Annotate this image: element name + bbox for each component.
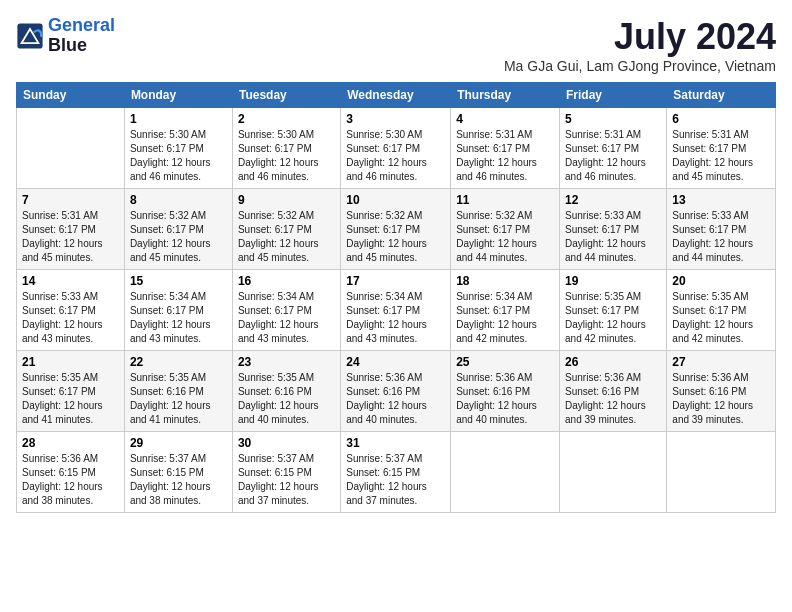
day-number: 3: [346, 112, 445, 126]
calendar-cell: 17 Sunrise: 5:34 AM Sunset: 6:17 PM Dayl…: [341, 270, 451, 351]
cell-info: Sunrise: 5:37 AM Sunset: 6:15 PM Dayligh…: [238, 452, 335, 508]
col-tuesday: Tuesday: [232, 83, 340, 108]
calendar-cell: 19 Sunrise: 5:35 AM Sunset: 6:17 PM Dayl…: [560, 270, 667, 351]
cell-info: Sunrise: 5:32 AM Sunset: 6:17 PM Dayligh…: [456, 209, 554, 265]
day-number: 19: [565, 274, 661, 288]
day-number: 9: [238, 193, 335, 207]
cell-info: Sunrise: 5:35 AM Sunset: 6:17 PM Dayligh…: [565, 290, 661, 346]
calendar-cell: 18 Sunrise: 5:34 AM Sunset: 6:17 PM Dayl…: [451, 270, 560, 351]
day-number: 24: [346, 355, 445, 369]
col-sunday: Sunday: [17, 83, 125, 108]
header-row: Sunday Monday Tuesday Wednesday Thursday…: [17, 83, 776, 108]
logo: General Blue: [16, 16, 115, 56]
cell-info: Sunrise: 5:35 AM Sunset: 6:17 PM Dayligh…: [22, 371, 119, 427]
cell-info: Sunrise: 5:32 AM Sunset: 6:17 PM Dayligh…: [238, 209, 335, 265]
calendar-cell: [17, 108, 125, 189]
calendar-cell: [451, 432, 560, 513]
svg-rect-0: [17, 23, 42, 48]
calendar-cell: 22 Sunrise: 5:35 AM Sunset: 6:16 PM Dayl…: [124, 351, 232, 432]
cell-info: Sunrise: 5:35 AM Sunset: 6:16 PM Dayligh…: [238, 371, 335, 427]
day-number: 25: [456, 355, 554, 369]
day-number: 17: [346, 274, 445, 288]
day-number: 21: [22, 355, 119, 369]
calendar-cell: 6 Sunrise: 5:31 AM Sunset: 6:17 PM Dayli…: [667, 108, 776, 189]
main-title: July 2024: [504, 16, 776, 58]
calendar-cell: 4 Sunrise: 5:31 AM Sunset: 6:17 PM Dayli…: [451, 108, 560, 189]
day-number: 8: [130, 193, 227, 207]
day-number: 30: [238, 436, 335, 450]
calendar-cell: 26 Sunrise: 5:36 AM Sunset: 6:16 PM Dayl…: [560, 351, 667, 432]
cell-info: Sunrise: 5:30 AM Sunset: 6:17 PM Dayligh…: [238, 128, 335, 184]
day-number: 10: [346, 193, 445, 207]
title-area: July 2024 Ma GJa Gui, Lam GJong Province…: [504, 16, 776, 74]
day-number: 28: [22, 436, 119, 450]
cell-info: Sunrise: 5:32 AM Sunset: 6:17 PM Dayligh…: [130, 209, 227, 265]
col-saturday: Saturday: [667, 83, 776, 108]
calendar-cell: 29 Sunrise: 5:37 AM Sunset: 6:15 PM Dayl…: [124, 432, 232, 513]
day-number: 27: [672, 355, 770, 369]
cell-info: Sunrise: 5:36 AM Sunset: 6:16 PM Dayligh…: [346, 371, 445, 427]
calendar-cell: 10 Sunrise: 5:32 AM Sunset: 6:17 PM Dayl…: [341, 189, 451, 270]
day-number: 20: [672, 274, 770, 288]
calendar-cell: 5 Sunrise: 5:31 AM Sunset: 6:17 PM Dayli…: [560, 108, 667, 189]
day-number: 22: [130, 355, 227, 369]
cell-info: Sunrise: 5:34 AM Sunset: 6:17 PM Dayligh…: [346, 290, 445, 346]
day-number: 23: [238, 355, 335, 369]
calendar-cell: 15 Sunrise: 5:34 AM Sunset: 6:17 PM Dayl…: [124, 270, 232, 351]
cell-info: Sunrise: 5:37 AM Sunset: 6:15 PM Dayligh…: [346, 452, 445, 508]
col-friday: Friday: [560, 83, 667, 108]
cell-info: Sunrise: 5:36 AM Sunset: 6:15 PM Dayligh…: [22, 452, 119, 508]
calendar-cell: 16 Sunrise: 5:34 AM Sunset: 6:17 PM Dayl…: [232, 270, 340, 351]
day-number: 6: [672, 112, 770, 126]
cell-info: Sunrise: 5:36 AM Sunset: 6:16 PM Dayligh…: [672, 371, 770, 427]
col-monday: Monday: [124, 83, 232, 108]
cell-info: Sunrise: 5:31 AM Sunset: 6:17 PM Dayligh…: [672, 128, 770, 184]
day-number: 7: [22, 193, 119, 207]
day-number: 18: [456, 274, 554, 288]
calendar-cell: 12 Sunrise: 5:33 AM Sunset: 6:17 PM Dayl…: [560, 189, 667, 270]
calendar-cell: 20 Sunrise: 5:35 AM Sunset: 6:17 PM Dayl…: [667, 270, 776, 351]
header: General Blue July 2024 Ma GJa Gui, Lam G…: [16, 16, 776, 74]
day-number: 2: [238, 112, 335, 126]
cell-info: Sunrise: 5:36 AM Sunset: 6:16 PM Dayligh…: [456, 371, 554, 427]
cell-info: Sunrise: 5:35 AM Sunset: 6:17 PM Dayligh…: [672, 290, 770, 346]
logo-text: General Blue: [48, 16, 115, 56]
cell-info: Sunrise: 5:32 AM Sunset: 6:17 PM Dayligh…: [346, 209, 445, 265]
calendar-week-row: 14 Sunrise: 5:33 AM Sunset: 6:17 PM Dayl…: [17, 270, 776, 351]
col-wednesday: Wednesday: [341, 83, 451, 108]
calendar-cell: 3 Sunrise: 5:30 AM Sunset: 6:17 PM Dayli…: [341, 108, 451, 189]
calendar-cell: [667, 432, 776, 513]
calendar-cell: 1 Sunrise: 5:30 AM Sunset: 6:17 PM Dayli…: [124, 108, 232, 189]
calendar-cell: 27 Sunrise: 5:36 AM Sunset: 6:16 PM Dayl…: [667, 351, 776, 432]
calendar-cell: 28 Sunrise: 5:36 AM Sunset: 6:15 PM Dayl…: [17, 432, 125, 513]
cell-info: Sunrise: 5:34 AM Sunset: 6:17 PM Dayligh…: [130, 290, 227, 346]
calendar-cell: 24 Sunrise: 5:36 AM Sunset: 6:16 PM Dayl…: [341, 351, 451, 432]
logo-icon: [16, 22, 44, 50]
calendar-cell: 23 Sunrise: 5:35 AM Sunset: 6:16 PM Dayl…: [232, 351, 340, 432]
day-number: 11: [456, 193, 554, 207]
calendar-week-row: 1 Sunrise: 5:30 AM Sunset: 6:17 PM Dayli…: [17, 108, 776, 189]
cell-info: Sunrise: 5:30 AM Sunset: 6:17 PM Dayligh…: [130, 128, 227, 184]
subtitle: Ma GJa Gui, Lam GJong Province, Vietnam: [504, 58, 776, 74]
day-number: 29: [130, 436, 227, 450]
calendar-cell: 30 Sunrise: 5:37 AM Sunset: 6:15 PM Dayl…: [232, 432, 340, 513]
day-number: 14: [22, 274, 119, 288]
calendar-cell: 8 Sunrise: 5:32 AM Sunset: 6:17 PM Dayli…: [124, 189, 232, 270]
cell-info: Sunrise: 5:34 AM Sunset: 6:17 PM Dayligh…: [238, 290, 335, 346]
calendar-week-row: 21 Sunrise: 5:35 AM Sunset: 6:17 PM Dayl…: [17, 351, 776, 432]
cell-info: Sunrise: 5:33 AM Sunset: 6:17 PM Dayligh…: [565, 209, 661, 265]
cell-info: Sunrise: 5:33 AM Sunset: 6:17 PM Dayligh…: [22, 290, 119, 346]
day-number: 31: [346, 436, 445, 450]
day-number: 13: [672, 193, 770, 207]
day-number: 26: [565, 355, 661, 369]
calendar-cell: 11 Sunrise: 5:32 AM Sunset: 6:17 PM Dayl…: [451, 189, 560, 270]
calendar-cell: 13 Sunrise: 5:33 AM Sunset: 6:17 PM Dayl…: [667, 189, 776, 270]
cell-info: Sunrise: 5:31 AM Sunset: 6:17 PM Dayligh…: [456, 128, 554, 184]
cell-info: Sunrise: 5:30 AM Sunset: 6:17 PM Dayligh…: [346, 128, 445, 184]
calendar-cell: [560, 432, 667, 513]
day-number: 1: [130, 112, 227, 126]
col-thursday: Thursday: [451, 83, 560, 108]
day-number: 16: [238, 274, 335, 288]
calendar-cell: 31 Sunrise: 5:37 AM Sunset: 6:15 PM Dayl…: [341, 432, 451, 513]
cell-info: Sunrise: 5:33 AM Sunset: 6:17 PM Dayligh…: [672, 209, 770, 265]
